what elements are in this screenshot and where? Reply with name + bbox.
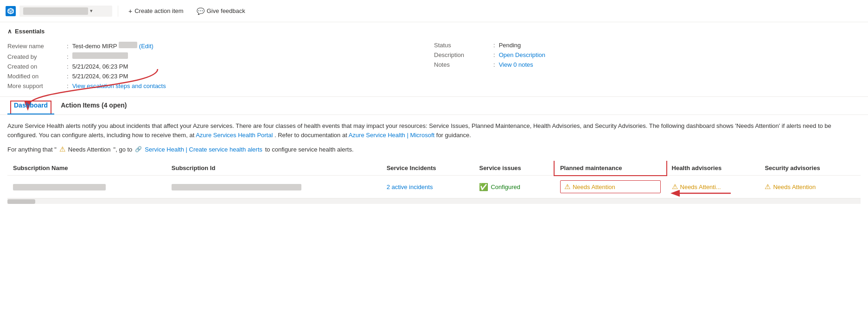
- title-area[interactable]: ▾: [19, 6, 112, 17]
- cell-service-issues: ✅ Configured: [473, 176, 554, 198]
- desc-text-3: for guidance.: [436, 132, 471, 139]
- create-action-item-label: Create action item: [134, 7, 184, 14]
- modified-on-label: Modified on: [7, 73, 63, 80]
- plus-icon: +: [128, 7, 132, 15]
- give-feedback-button[interactable]: 💬 Give feedback: [192, 5, 250, 18]
- col-security-advisories: Security advisories: [759, 161, 861, 176]
- col-subscription-id: Subscription Id: [166, 161, 381, 176]
- status-row: Status : Pending: [434, 40, 861, 50]
- cell-subscription-id: [166, 176, 381, 198]
- security-advisories-label: Needs Attention: [773, 184, 816, 190]
- cell-planned-maintenance: ⚠ Needs Attention: [555, 176, 666, 198]
- description-row: Description : Open Description: [434, 50, 861, 60]
- title-redacted: [23, 7, 88, 15]
- chevron-down-icon[interactable]: ▾: [90, 8, 93, 14]
- created-by-redacted: [72, 52, 128, 59]
- warning-icon: ⚠: [59, 145, 65, 153]
- active-incidents-link[interactable]: 2 active incidents: [387, 184, 433, 190]
- description-link[interactable]: Open Description: [499, 51, 545, 58]
- essentials-section: ∧ Essentials Review name : Test-demo MIR…: [0, 22, 868, 91]
- security-advisories-badge: ⚠ Needs Attention: [765, 183, 855, 191]
- created-on-row: Created on : 5/21/2024, 06:23 PM: [7, 62, 434, 71]
- tab-dashboard-label: Dashboard: [14, 101, 48, 109]
- subscription-id-redacted: [172, 184, 301, 190]
- modified-on-row: Modified on : 5/21/2024, 06:23 PM: [7, 71, 434, 81]
- col-service-incidents: Service Incidents: [381, 161, 474, 176]
- essentials-header[interactable]: ∧ Essentials: [7, 28, 861, 35]
- attention-prefix: For anything that ": [7, 146, 57, 153]
- attention-info-row: For anything that " ⚠ Needs Attention ",…: [7, 145, 861, 153]
- status-value: Pending: [499, 42, 521, 49]
- feedback-icon: 💬: [197, 7, 204, 15]
- created-by-row: Created by :: [7, 51, 434, 62]
- warning-icon-ha: ⚠: [672, 183, 678, 191]
- essentials-right: Status : Pending Description : Open Desc…: [434, 40, 861, 91]
- desc-text-2: . Refer to documentation at: [274, 132, 349, 139]
- divider: [118, 6, 118, 17]
- col-service-issues: Service issues: [473, 161, 554, 176]
- notes-label: Notes: [434, 61, 490, 68]
- tab-action-items[interactable]: Action Items (4 open): [54, 97, 133, 114]
- table-header: Subscription Name Subscription Id Servic…: [7, 161, 861, 176]
- cell-subscription-name: [7, 176, 166, 198]
- review-name-row: Review name : Test-demo MIRP (Edit): [7, 40, 434, 51]
- dashboard-description: Azure Service Health alerts notify you a…: [7, 121, 861, 139]
- created-on-label: Created on: [7, 63, 63, 70]
- more-support-label: More support: [7, 82, 63, 89]
- tab-dashboard[interactable]: Dashboard: [7, 97, 54, 114]
- notes-link[interactable]: View 0 notes: [499, 61, 533, 68]
- more-support-row: More support : View escalation steps and…: [7, 81, 434, 91]
- top-bar: ▾ + Create action item 💬 Give feedback: [0, 0, 868, 22]
- external-link-icon: 🔗: [135, 146, 142, 152]
- health-advisories-label: Needs Attenti...: [680, 184, 721, 190]
- collapse-icon: ∧: [7, 28, 12, 35]
- azure-service-health-link[interactable]: Azure Service Health | Microsoft: [349, 132, 434, 139]
- col-subscription-name: Subscription Name: [7, 161, 166, 176]
- status-label: Status: [434, 42, 490, 49]
- review-name-value: Test-demo MIRP: [72, 43, 119, 50]
- essentials-left: Review name : Test-demo MIRP (Edit) Crea…: [7, 40, 434, 91]
- cell-health-advisories: ⚠ Needs Attenti...: [666, 176, 760, 198]
- cell-service-incidents: 2 active incidents: [381, 176, 474, 198]
- give-feedback-label: Give feedback: [207, 7, 245, 14]
- cell-security-advisories: ⚠ Needs Attention: [759, 176, 861, 198]
- configured-badge: ✅ Configured: [479, 183, 549, 191]
- review-name-label: Review name: [7, 43, 63, 50]
- tab-action-items-label: Action Items (4 open): [61, 101, 127, 109]
- horizontal-scrollbar[interactable]: [7, 198, 861, 204]
- table-row: 2 active incidents ✅ Configured ⚠ Needs …: [7, 176, 861, 198]
- attention-suffix: ", go to: [114, 146, 133, 153]
- created-by-label: Created by: [7, 53, 63, 60]
- service-health-link[interactable]: Service Health | Create service health a…: [145, 146, 262, 153]
- subscription-table-wrapper: Subscription Name Subscription Id Servic…: [7, 161, 861, 198]
- scroll-thumb[interactable]: [7, 199, 35, 204]
- review-name-redacted: [119, 42, 137, 48]
- subscription-name-redacted: [13, 184, 106, 190]
- essentials-title: Essentials: [15, 28, 45, 35]
- attention-label: Needs Attention: [68, 146, 111, 153]
- azure-logo: [6, 6, 16, 16]
- col-health-advisories: Health advisories: [666, 161, 760, 176]
- col-planned-maintenance: Planned maintenance: [555, 161, 666, 176]
- azure-health-portal-link[interactable]: Azure Services Health Portal: [196, 132, 273, 139]
- warning-icon-sa: ⚠: [765, 183, 771, 191]
- table-body: 2 active incidents ✅ Configured ⚠ Needs …: [7, 176, 861, 198]
- planned-maintenance-label: Needs Attention: [573, 184, 615, 190]
- service-health-suffix: to configure service health alerts.: [265, 146, 354, 153]
- check-icon: ✅: [479, 183, 488, 191]
- essentials-grid: Review name : Test-demo MIRP (Edit) Crea…: [7, 40, 861, 91]
- notes-row: Notes : View 0 notes: [434, 60, 861, 70]
- edit-link[interactable]: (Edit): [139, 43, 153, 50]
- dashboard-content: Azure Service Health alerts notify you a…: [0, 115, 868, 210]
- modified-on-value: 5/21/2024, 06:23 PM: [72, 73, 128, 80]
- warning-icon-pm: ⚠: [564, 183, 570, 191]
- subscription-table: Subscription Name Subscription Id Servic…: [7, 161, 861, 198]
- description-label: Description: [434, 51, 490, 58]
- escalation-link[interactable]: View escalation steps and contacts: [72, 82, 166, 89]
- configured-label: Configured: [491, 184, 520, 190]
- planned-maintenance-needs-attention: ⚠ Needs Attention: [560, 180, 661, 193]
- created-on-value: 5/21/2024, 06:23 PM: [72, 63, 128, 70]
- health-advisories-badge: ⚠ Needs Attenti...: [672, 183, 754, 191]
- create-action-item-button[interactable]: + Create action item: [124, 5, 188, 18]
- tab-bar: Dashboard Action Items (4 open): [0, 97, 868, 115]
